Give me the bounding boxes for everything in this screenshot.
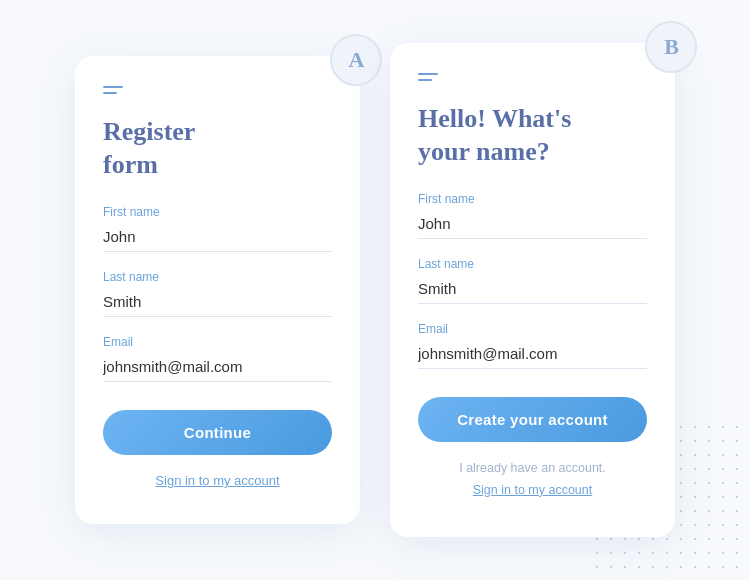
card-a-email-input[interactable]: [103, 354, 332, 382]
card-a-continue-button[interactable]: Continue: [103, 410, 332, 455]
card-a-email-label: Email: [103, 335, 332, 349]
card-b-firstname-input[interactable]: [418, 211, 647, 239]
card-a: A Registerform First name Last name Emai…: [75, 56, 360, 524]
card-b-title: Hello! What'syour name?: [418, 103, 647, 168]
card-b: B Hello! What'syour name? First name Las…: [390, 43, 675, 537]
card-b-already-text: I already have an account. Sign in to my…: [418, 458, 647, 501]
card-a-badge: A: [330, 34, 382, 86]
card-b-firstname-label: First name: [418, 192, 647, 206]
card-a-firstname-label: First name: [103, 205, 332, 219]
card-a-lastname-input[interactable]: [103, 289, 332, 317]
hamburger-menu-b[interactable]: [418, 73, 647, 81]
card-b-signin-link[interactable]: Sign in to my account: [418, 480, 647, 501]
card-b-email-input[interactable]: [418, 341, 647, 369]
card-a-firstname-input[interactable]: [103, 224, 332, 252]
card-b-create-button[interactable]: Create your account: [418, 397, 647, 442]
card-a-lastname-label: Last name: [103, 270, 332, 284]
card-b-email-group: Email: [418, 322, 647, 369]
card-b-badge: B: [645, 21, 697, 73]
hamburger-menu-a[interactable]: [103, 86, 332, 94]
card-a-signin-link[interactable]: Sign in to my account: [103, 473, 332, 488]
card-a-title: Registerform: [103, 116, 332, 181]
card-b-lastname-label: Last name: [418, 257, 647, 271]
card-b-lastname-group: Last name: [418, 257, 647, 304]
card-b-lastname-input[interactable]: [418, 276, 647, 304]
card-a-firstname-group: First name: [103, 205, 332, 252]
card-b-email-label: Email: [418, 322, 647, 336]
card-a-email-group: Email: [103, 335, 332, 382]
card-a-lastname-group: Last name: [103, 270, 332, 317]
card-b-firstname-group: First name: [418, 192, 647, 239]
